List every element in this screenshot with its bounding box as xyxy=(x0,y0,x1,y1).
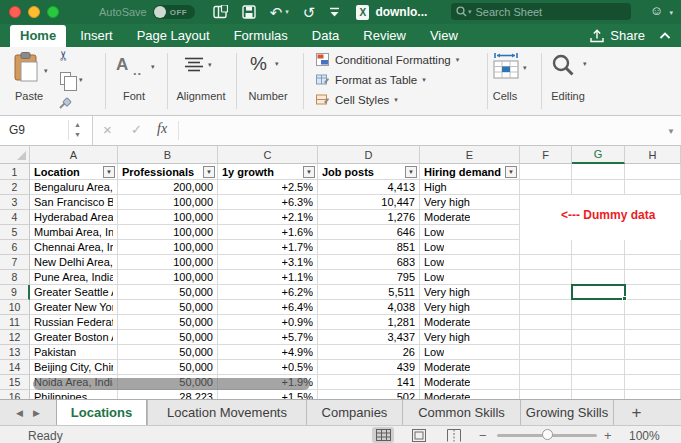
cell-A2[interactable]: Bengaluru Area, India xyxy=(30,180,118,195)
cell-B3[interactable]: 100,000 xyxy=(118,195,218,210)
toolbar-panel-icon[interactable] xyxy=(213,5,228,19)
next-sheet-icon[interactable]: ▶ xyxy=(33,408,40,418)
editing-group-icon[interactable] xyxy=(551,53,575,81)
column-header-G[interactable]: G xyxy=(572,146,625,164)
cell-C9[interactable]: +6.2% xyxy=(218,285,318,300)
cell-C4[interactable]: +2.1% xyxy=(218,210,318,225)
cell-A14[interactable]: Beijing City, China xyxy=(30,360,118,375)
cell-F16[interactable] xyxy=(520,390,572,399)
copy-icon[interactable] xyxy=(60,72,71,85)
cell-G14[interactable] xyxy=(572,360,625,375)
cell-C3[interactable]: +6.3% xyxy=(218,195,318,210)
cell-G2[interactable] xyxy=(572,180,625,195)
cell-A9[interactable]: Greater Seattle Area xyxy=(30,285,118,300)
row-header-9[interactable]: 9 xyxy=(0,285,30,300)
quick-access-more-icon[interactable] xyxy=(329,7,340,17)
cell-F6[interactable] xyxy=(520,240,572,255)
zoom-window-button[interactable] xyxy=(47,6,59,18)
row-header-13[interactable]: 13 xyxy=(0,345,30,360)
filter-dropdown-icon[interactable]: ▼ xyxy=(103,166,115,178)
cell-E3[interactable]: Very high xyxy=(420,195,520,210)
collapse-ribbon-icon[interactable] xyxy=(659,32,671,40)
number-dropdown-caret-icon[interactable]: ▾ xyxy=(275,60,279,68)
cell-E8[interactable]: Low xyxy=(420,270,520,285)
add-sheet-button[interactable]: + xyxy=(613,400,659,425)
cut-icon[interactable]: ✂ xyxy=(56,50,71,61)
filter-dropdown-icon[interactable]: ▼ xyxy=(405,166,417,178)
insert-function-icon[interactable]: fx xyxy=(157,121,167,137)
paste-button[interactable] xyxy=(13,52,39,86)
alignment-group-icon[interactable] xyxy=(184,57,204,76)
cell-D10[interactable]: 4,038 xyxy=(318,300,420,315)
cell-C8[interactable]: +1.1% xyxy=(218,270,318,285)
column-header-B[interactable]: B xyxy=(118,146,218,164)
cell-G6[interactable] xyxy=(572,240,625,255)
cell-G12[interactable] xyxy=(572,330,625,345)
cell-B7[interactable]: 100,000 xyxy=(118,255,218,270)
cell-E5[interactable]: Low xyxy=(420,225,520,240)
prev-sheet-icon[interactable]: ◀ xyxy=(16,408,23,418)
cell-H15[interactable] xyxy=(625,375,681,390)
cell-F7[interactable] xyxy=(520,255,572,270)
page-layout-view-icon[interactable] xyxy=(408,427,430,443)
cell-H12[interactable] xyxy=(625,330,681,345)
row-header-16[interactable]: 16 xyxy=(0,390,30,399)
cell-G10[interactable] xyxy=(572,300,625,315)
cell-G15[interactable] xyxy=(572,375,625,390)
row-header-4[interactable]: 4 xyxy=(0,210,30,225)
row-header-7[interactable]: 7 xyxy=(0,255,30,270)
cell-E2[interactable]: High xyxy=(420,180,520,195)
ribbon-tab-page-layout[interactable]: Page Layout xyxy=(127,25,220,47)
cell-C10[interactable]: +6.4% xyxy=(218,300,318,315)
column-header-C[interactable]: C xyxy=(218,146,318,164)
cell-E16[interactable]: Moderate xyxy=(420,390,520,399)
cell-B11[interactable]: 50,000 xyxy=(118,315,218,330)
cell-H8[interactable] xyxy=(625,270,681,285)
cell-D12[interactable]: 3,437 xyxy=(318,330,420,345)
cell-B4[interactable]: 100,000 xyxy=(118,210,218,225)
cell-C12[interactable]: +5.7% xyxy=(218,330,318,345)
cell-G13[interactable] xyxy=(572,345,625,360)
cell-H10[interactable] xyxy=(625,300,681,315)
cell-B9[interactable]: 50,000 xyxy=(118,285,218,300)
row-header-2[interactable]: 2 xyxy=(0,180,30,195)
cell-E6[interactable]: Low xyxy=(420,240,520,255)
cell-H13[interactable] xyxy=(625,345,681,360)
column-header-F[interactable]: F xyxy=(520,146,572,164)
cell-A7[interactable]: New Delhi Area, India xyxy=(30,255,118,270)
cell-D13[interactable]: 26 xyxy=(318,345,420,360)
cells-group-icon[interactable] xyxy=(492,52,520,84)
cell-B14[interactable]: 50,000 xyxy=(118,360,218,375)
cell-C7[interactable]: +3.1% xyxy=(218,255,318,270)
cell-A4[interactable]: Hyderabad Area, India xyxy=(30,210,118,225)
cell-D2[interactable]: 4,413 xyxy=(318,180,420,195)
cell-B8[interactable]: 100,000 xyxy=(118,270,218,285)
sheet-tab-growing-skills[interactable]: Growing Skills xyxy=(520,400,613,425)
cell-E15[interactable]: Moderate xyxy=(420,375,520,390)
row-header-12[interactable]: 12 xyxy=(0,330,30,345)
autosave-toggle[interactable]: OFF xyxy=(153,5,195,19)
save-icon[interactable] xyxy=(242,5,256,19)
filter-dropdown-icon[interactable]: ▼ xyxy=(203,166,215,178)
cell-B16[interactable]: 28,223 xyxy=(118,390,218,399)
undo-dropdown-caret-icon[interactable]: ▾ xyxy=(285,8,289,16)
cell-F2[interactable] xyxy=(520,180,572,195)
zoom-out-icon[interactable]: − xyxy=(479,428,487,443)
cell-E12[interactable]: Very high xyxy=(420,330,520,345)
column-header-D[interactable]: D xyxy=(318,146,420,164)
column-header-A[interactable]: A xyxy=(30,146,118,164)
cell-A16[interactable]: Philippines xyxy=(30,390,118,399)
cell-D14[interactable]: 439 xyxy=(318,360,420,375)
cell-A5[interactable]: Mumbai Area, India xyxy=(30,225,118,240)
cell-B5[interactable]: 100,000 xyxy=(118,225,218,240)
cell-A11[interactable]: Russian Federation xyxy=(30,315,118,330)
conditional-formatting-button[interactable]: Conditional Formatting▾ xyxy=(316,53,459,66)
name-box-stepper[interactable]: ▲▼ xyxy=(68,120,82,140)
cell-G16[interactable] xyxy=(572,390,625,399)
cell-C6[interactable]: +1.7% xyxy=(218,240,318,255)
cell-C16[interactable]: +1.5% xyxy=(218,390,318,399)
cancel-entry-icon[interactable]: × xyxy=(103,121,112,138)
row-header-5[interactable]: 5 xyxy=(0,225,30,240)
feedback-caret-icon[interactable]: ▾ xyxy=(669,9,673,17)
cell-H16[interactable] xyxy=(625,390,681,399)
